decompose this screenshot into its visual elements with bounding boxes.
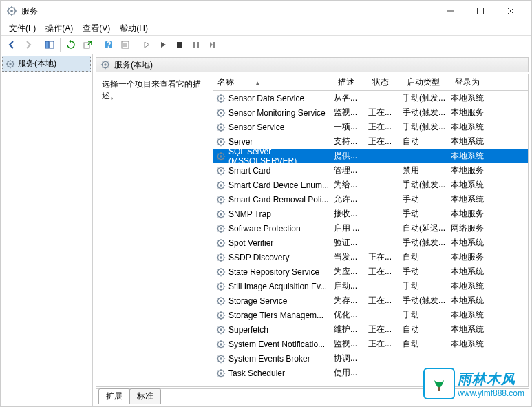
service-row[interactable]: SQL Server (MSSQLSERVER) 提供... 本地系统 bbox=[213, 149, 528, 163]
service-logon: 本地系统 bbox=[451, 309, 528, 321]
service-name: Task Scheduler bbox=[228, 368, 285, 378]
service-row[interactable]: SSDP Discovery 当发... 正在... 自动 本地服务 bbox=[213, 250, 528, 264]
service-row[interactable]: Still Image Acquisition Ev... 启动... 手动 本… bbox=[213, 279, 528, 293]
service-list: 名称▴ 描述 状态 启动类型 登录为 Sensor Data Service 从… bbox=[213, 74, 528, 386]
service-logon: 本地系统 bbox=[451, 194, 528, 205]
service-startup: 自动 bbox=[403, 251, 451, 263]
service-row[interactable]: Software Protection 启用 ... 自动(延迟... 网络服务 bbox=[213, 221, 528, 236]
menu-file[interactable]: 文件(F) bbox=[5, 21, 40, 36]
service-logon: 本地系统 bbox=[451, 237, 528, 249]
gear-icon bbox=[100, 60, 110, 70]
service-startup: 手动 bbox=[403, 194, 451, 205]
service-row[interactable]: Smart Card 管理... 禁用 本地服务 bbox=[213, 163, 528, 178]
service-name: Smart Card Removal Poli... bbox=[228, 195, 328, 205]
service-desc: 允许... bbox=[334, 194, 368, 205]
service-row[interactable]: Storage Service 为存... 正在... 手动(触发... 本地系… bbox=[213, 293, 528, 308]
window-title: 服务 bbox=[21, 6, 435, 17]
service-row[interactable]: SNMP Trap 接收... 手动 本地服务 bbox=[213, 207, 528, 221]
watermark-logo bbox=[423, 368, 455, 399]
menu-help[interactable]: 帮助(H) bbox=[116, 21, 152, 36]
service-desc: 接收... bbox=[334, 208, 368, 220]
tab-standard[interactable]: 标准 bbox=[129, 388, 161, 404]
watermark-title: 雨林木风 bbox=[458, 370, 524, 388]
service-name: SNMP Trap bbox=[228, 209, 271, 219]
pane-header-label: 服务(本地) bbox=[114, 59, 153, 71]
restart-service-button[interactable] bbox=[204, 36, 221, 53]
service-name: System Events Broker bbox=[228, 354, 310, 364]
service-startup: 手动 bbox=[403, 309, 451, 321]
svg-rect-24 bbox=[193, 42, 195, 48]
service-row[interactable]: Storage Tiers Managem... 优化... 手动 本地系统 bbox=[213, 308, 528, 322]
gear-icon bbox=[6, 59, 15, 69]
titlebar: 服务 bbox=[1, 1, 531, 21]
gear-icon bbox=[216, 253, 226, 262]
help-button[interactable]: ? bbox=[100, 36, 117, 53]
gear-icon bbox=[216, 224, 226, 233]
tree-root-services[interactable]: 服务(本地) bbox=[2, 56, 91, 72]
service-desc: 管理... bbox=[334, 165, 368, 176]
properties-button[interactable] bbox=[117, 36, 134, 53]
service-row[interactable]: Sensor Service 一项... 正在... 手动(触发... 本地系统 bbox=[213, 120, 528, 134]
show-hide-tree-button[interactable] bbox=[41, 36, 58, 53]
column-desc[interactable]: 描述 bbox=[334, 74, 368, 91]
export-button[interactable] bbox=[79, 36, 96, 53]
column-status[interactable]: 状态 bbox=[368, 74, 403, 91]
gear-icon bbox=[216, 195, 226, 205]
service-row[interactable]: State Repository Service 为应... 正在... 手动 … bbox=[213, 264, 528, 279]
service-row[interactable]: Superfetch 维护... 正在... 自动 本地系统 bbox=[213, 322, 528, 337]
service-row[interactable]: Smart Card Device Enum... 为给... 手动(触发...… bbox=[213, 178, 528, 192]
stop-service-button[interactable] bbox=[171, 36, 188, 53]
service-startup: 手动 bbox=[403, 208, 451, 220]
forward-button[interactable] bbox=[20, 36, 36, 53]
service-name: Storage Tiers Managem... bbox=[228, 311, 323, 320]
service-row[interactable]: System Events Broker 协调... bbox=[213, 351, 528, 366]
service-name: Sensor Data Service bbox=[228, 94, 304, 103]
service-name: SQL Server (MSSQLSERVER) bbox=[228, 147, 334, 166]
column-headers: 名称▴ 描述 状态 启动类型 登录为 bbox=[213, 74, 528, 91]
back-button[interactable] bbox=[3, 36, 20, 53]
sort-asc-icon: ▴ bbox=[256, 79, 259, 86]
service-row[interactable]: Sensor Monitoring Service 监视... 正在... 手动… bbox=[213, 105, 528, 120]
service-desc: 维护... bbox=[334, 324, 368, 335]
svg-rect-27 bbox=[438, 387, 440, 391]
service-status: 正在... bbox=[368, 251, 403, 263]
service-desc: 启用 ... bbox=[334, 222, 368, 234]
menu-action[interactable]: 操作(A) bbox=[41, 21, 77, 36]
service-name: Smart Card bbox=[228, 166, 270, 176]
service-logon: 本地系统 bbox=[451, 324, 528, 335]
app-icon bbox=[6, 6, 17, 17]
column-logon[interactable]: 登录为 bbox=[451, 74, 528, 91]
service-logon: 本地服务 bbox=[451, 165, 528, 176]
menu-view[interactable]: 查看(V) bbox=[78, 21, 114, 36]
service-desc: 监视... bbox=[334, 107, 368, 118]
gear-icon bbox=[216, 354, 226, 364]
gear-icon bbox=[216, 94, 226, 103]
column-startup[interactable]: 启动类型 bbox=[403, 74, 451, 91]
service-desc: 启动... bbox=[334, 280, 368, 292]
service-logon: 本地服务 bbox=[451, 251, 528, 263]
service-row[interactable]: System Event Notificatio... 监视... 正在... … bbox=[213, 337, 528, 351]
gear-icon bbox=[216, 180, 226, 190]
minimize-button[interactable] bbox=[435, 1, 465, 21]
service-desc: 验证... bbox=[334, 237, 368, 249]
service-row[interactable]: Sensor Data Service 从各... 手动(触发... 本地系统 bbox=[213, 91, 528, 105]
maximize-button[interactable] bbox=[465, 1, 496, 21]
service-desc: 为应... bbox=[334, 266, 368, 278]
start-service-button[interactable] bbox=[138, 36, 155, 53]
close-button[interactable] bbox=[496, 1, 526, 21]
service-logon: 本地服务 bbox=[451, 107, 528, 118]
service-status: 正在... bbox=[368, 266, 403, 278]
gear-icon bbox=[216, 267, 226, 277]
service-desc: 使用... bbox=[334, 367, 368, 379]
service-row[interactable]: Spot Verifier 验证... 手动(触发... 本地系统 bbox=[213, 236, 528, 250]
toolbar: ? bbox=[1, 35, 531, 54]
pause-service-button[interactable] bbox=[188, 36, 204, 53]
service-logon: 网络服务 bbox=[451, 222, 528, 234]
tab-extended[interactable]: 扩展 bbox=[98, 388, 130, 404]
refresh-button[interactable] bbox=[63, 36, 79, 53]
column-name[interactable]: 名称▴ bbox=[213, 74, 334, 91]
service-status: 正在... bbox=[368, 121, 403, 133]
service-row[interactable]: Smart Card Removal Poli... 允许... 手动 本地系统 bbox=[213, 192, 528, 207]
service-startup: 手动(触发... bbox=[403, 179, 451, 191]
restart-in-debug-button[interactable] bbox=[155, 36, 171, 53]
